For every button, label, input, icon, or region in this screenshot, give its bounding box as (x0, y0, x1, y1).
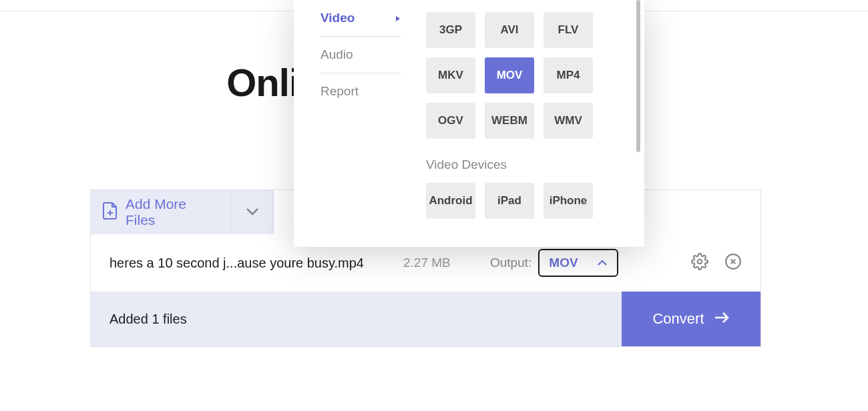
convert-button[interactable]: Convert (622, 292, 761, 346)
tab-video[interactable]: Video (320, 0, 401, 37)
format-3gp[interactable]: 3GP (426, 12, 475, 48)
svg-point-0 (698, 260, 702, 264)
tab-report-label: Report (320, 84, 359, 99)
tab-audio-label: Audio (320, 47, 353, 62)
format-avi[interactable]: AVI (485, 12, 534, 48)
format-mkv[interactable]: MKV (426, 57, 475, 93)
device-android[interactable]: Android (426, 183, 475, 219)
add-more-label: Add More Files (126, 196, 218, 228)
format-mov[interactable]: MOV (485, 57, 534, 93)
output-format-select[interactable]: MOV (538, 249, 618, 277)
output-value: MOV (549, 256, 578, 270)
chevron-up-icon (597, 257, 608, 269)
settings-button[interactable] (691, 253, 708, 273)
popover-sidebar: Video Audio Report (294, 0, 426, 247)
footer-row: Added 1 files Convert (91, 292, 761, 346)
tab-video-label: Video (320, 11, 355, 25)
gear-icon (691, 253, 708, 273)
format-webm[interactable]: WEBM (485, 103, 534, 139)
devices-grid: Android iPad iPhone (426, 183, 624, 219)
add-more-bar: Add More Files (91, 190, 274, 234)
format-popover: Video Audio Report 3GP AVI FLV MKV MOV M… (294, 0, 644, 247)
popover-content: 3GP AVI FLV MKV MOV MP4 OGV WEBM WMV Vid… (426, 0, 644, 247)
remove-file-button[interactable] (724, 253, 742, 273)
chevron-down-icon (246, 206, 259, 218)
file-size: 2.27 MB (403, 256, 490, 270)
scrollbar-thumb[interactable] (636, 0, 640, 152)
output-label: Output: (490, 256, 531, 270)
add-more-dropdown[interactable] (230, 190, 273, 234)
add-more-button[interactable]: Add More Files (91, 190, 230, 234)
arrow-right-icon (714, 310, 730, 328)
format-flv[interactable]: FLV (544, 12, 593, 48)
convert-label: Convert (652, 310, 704, 328)
format-wmv[interactable]: WMV (544, 103, 593, 139)
add-file-icon (103, 202, 118, 222)
video-devices-title: Video Devices (426, 157, 624, 172)
tab-audio[interactable]: Audio (320, 37, 401, 73)
format-grid: 3GP AVI FLV MKV MOV MP4 OGV WEBM WMV (426, 12, 624, 139)
close-circle-icon (724, 253, 742, 273)
scrollbar[interactable] (636, 0, 640, 152)
format-mp4[interactable]: MP4 (544, 57, 593, 93)
added-count: Added 1 files (91, 312, 622, 327)
triangle-right-icon (395, 11, 401, 25)
file-name: heres a 10 second j...ause youre busy.mp… (110, 256, 403, 271)
file-actions (691, 253, 742, 273)
device-ipad[interactable]: iPad (485, 183, 534, 219)
format-ogv[interactable]: OGV (426, 103, 475, 139)
tab-report[interactable]: Report (320, 73, 401, 109)
device-iphone[interactable]: iPhone (544, 183, 593, 219)
